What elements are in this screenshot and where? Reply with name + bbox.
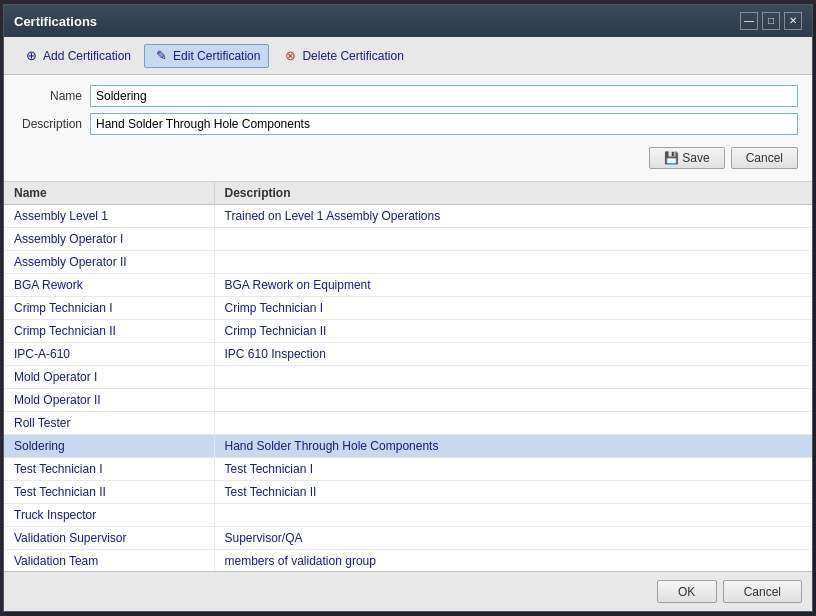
cert-name-cell: Validation Supervisor xyxy=(4,527,214,550)
cert-description-cell: Test Technician II xyxy=(214,481,812,504)
add-icon: ⊕ xyxy=(23,48,39,64)
cert-name-cell: Assembly Operator I xyxy=(4,228,214,251)
cancel-form-button[interactable]: Cancel xyxy=(731,147,798,169)
cert-name-cell: Assembly Operator II xyxy=(4,251,214,274)
close-button[interactable]: ✕ xyxy=(784,12,802,30)
table-row[interactable]: Truck Inspector xyxy=(4,504,812,527)
description-label: Description xyxy=(18,117,90,131)
table-row[interactable]: BGA ReworkBGA Rework on Equipment xyxy=(4,274,812,297)
table-row[interactable]: Crimp Technician IICrimp Technician II xyxy=(4,320,812,343)
certifications-table: Name Description Assembly Level 1Trained… xyxy=(4,182,812,571)
save-icon: 💾 xyxy=(664,151,679,165)
add-certification-label: Add Certification xyxy=(43,49,131,63)
table-row[interactable]: Validation Teammembers of validation gro… xyxy=(4,550,812,572)
table-row[interactable]: Test Technician IITest Technician II xyxy=(4,481,812,504)
table-row[interactable]: Mold Operator II xyxy=(4,389,812,412)
cert-name-cell: Validation Team xyxy=(4,550,214,572)
cert-description-cell xyxy=(214,504,812,527)
description-input[interactable] xyxy=(90,113,798,135)
save-button[interactable]: 💾Save xyxy=(649,147,724,169)
table-row[interactable]: Crimp Technician ICrimp Technician I xyxy=(4,297,812,320)
cert-name-cell: Mold Operator I xyxy=(4,366,214,389)
description-row: Description xyxy=(18,113,798,135)
cert-name-cell: Crimp Technician I xyxy=(4,297,214,320)
col-header-description: Description xyxy=(214,182,812,205)
name-label: Name xyxy=(18,89,90,103)
cancel-button[interactable]: Cancel xyxy=(723,580,802,603)
cert-name-cell: Test Technician II xyxy=(4,481,214,504)
cert-name-cell: Roll Tester xyxy=(4,412,214,435)
table-row[interactable]: Test Technician ITest Technician I xyxy=(4,458,812,481)
name-input[interactable] xyxy=(90,85,798,107)
cert-name-cell: Mold Operator II xyxy=(4,389,214,412)
certifications-window: Certifications — □ ✕ ⊕ Add Certification… xyxy=(3,4,813,612)
col-header-name: Name xyxy=(4,182,214,205)
certifications-table-area: Name Description Assembly Level 1Trained… xyxy=(4,182,812,571)
table-header-row: Name Description xyxy=(4,182,812,205)
cert-description-cell xyxy=(214,228,812,251)
table-row[interactable]: SolderingHand Solder Through Hole Compon… xyxy=(4,435,812,458)
minimize-button[interactable]: — xyxy=(740,12,758,30)
cert-description-cell: IPC 610 Inspection xyxy=(214,343,812,366)
cert-description-cell: Hand Solder Through Hole Components xyxy=(214,435,812,458)
edit-certification-label: Edit Certification xyxy=(173,49,260,63)
cert-description-cell: BGA Rework on Equipment xyxy=(214,274,812,297)
cert-name-cell: Crimp Technician II xyxy=(4,320,214,343)
delete-certification-label: Delete Certification xyxy=(302,49,403,63)
form-actions: 💾Save Cancel xyxy=(18,141,798,171)
cert-name-cell: Test Technician I xyxy=(4,458,214,481)
table-row[interactable]: Assembly Operator I xyxy=(4,228,812,251)
footer: OK Cancel xyxy=(4,571,812,611)
table-row[interactable]: Assembly Level 1Trained on Level 1 Assem… xyxy=(4,205,812,228)
table-row[interactable]: Assembly Operator II xyxy=(4,251,812,274)
maximize-button[interactable]: □ xyxy=(762,12,780,30)
toolbar: ⊕ Add Certification ✎ Edit Certification… xyxy=(4,37,812,75)
cert-description-cell: Trained on Level 1 Assembly Operations xyxy=(214,205,812,228)
cert-description-cell: Supervisor/QA xyxy=(214,527,812,550)
ok-button[interactable]: OK xyxy=(657,580,717,603)
table-row[interactable]: IPC-A-610IPC 610 Inspection xyxy=(4,343,812,366)
cert-description-cell xyxy=(214,251,812,274)
certification-form: Name Description 💾Save Cancel xyxy=(4,75,812,182)
cert-name-cell: IPC-A-610 xyxy=(4,343,214,366)
cert-name-cell: BGA Rework xyxy=(4,274,214,297)
name-row: Name xyxy=(18,85,798,107)
cert-description-cell xyxy=(214,412,812,435)
cert-name-cell: Soldering xyxy=(4,435,214,458)
window-title: Certifications xyxy=(14,14,97,29)
cert-description-cell: Crimp Technician I xyxy=(214,297,812,320)
table-body: Assembly Level 1Trained on Level 1 Assem… xyxy=(4,205,812,572)
table-row[interactable]: Mold Operator I xyxy=(4,366,812,389)
delete-certification-button[interactable]: ⊗ Delete Certification xyxy=(273,44,412,68)
table-row[interactable]: Roll Tester xyxy=(4,412,812,435)
title-bar: Certifications — □ ✕ xyxy=(4,5,812,37)
cert-name-cell: Assembly Level 1 xyxy=(4,205,214,228)
table-row[interactable]: Validation SupervisorSupervisor/QA xyxy=(4,527,812,550)
window-controls: — □ ✕ xyxy=(740,12,802,30)
delete-icon: ⊗ xyxy=(282,48,298,64)
cert-description-cell xyxy=(214,389,812,412)
cert-description-cell xyxy=(214,366,812,389)
cert-description-cell: Test Technician I xyxy=(214,458,812,481)
cert-description-cell: members of validation group xyxy=(214,550,812,572)
cert-name-cell: Truck Inspector xyxy=(4,504,214,527)
cert-description-cell: Crimp Technician II xyxy=(214,320,812,343)
edit-icon: ✎ xyxy=(153,48,169,64)
edit-certification-button[interactable]: ✎ Edit Certification xyxy=(144,44,269,68)
add-certification-button[interactable]: ⊕ Add Certification xyxy=(14,44,140,68)
